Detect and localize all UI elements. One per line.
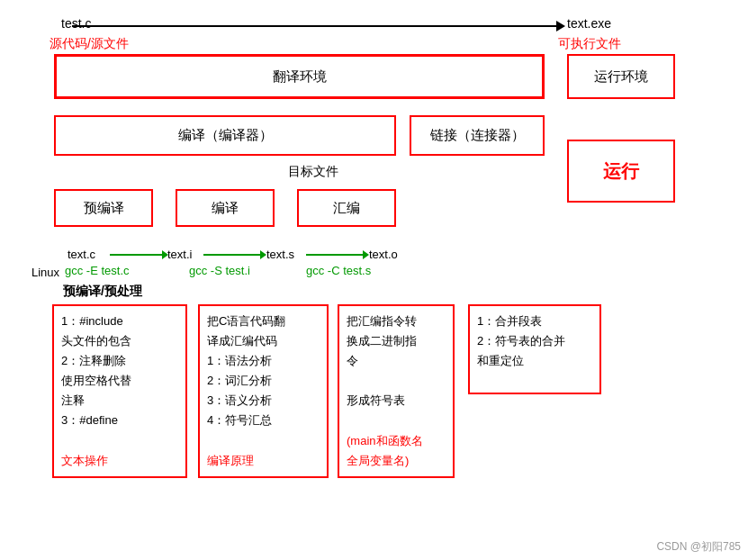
run-box-label: 运行 <box>603 159 639 184</box>
link-box-label: 链接（连接器） <box>430 127 525 144</box>
translate-env-label: 翻译环境 <box>273 68 327 86</box>
gcc-c-label: gcc -C test.s <box>306 264 371 277</box>
arrow-c-to-i <box>110 254 164 256</box>
exe-file-label: text.exe <box>567 16 611 31</box>
flow-text-s: text.s <box>266 248 294 261</box>
gcc-e-label: gcc -E test.c <box>65 264 130 277</box>
arrow-i-to-s <box>203 254 262 256</box>
arrow-s-to-o <box>306 254 365 256</box>
info-box-1: 1：#include 头文件的包含 2：注释删除 使用空格代替 注释 3：#de… <box>52 304 187 478</box>
linux-label: Linux <box>32 266 59 279</box>
translate-env-box: 翻译环境 <box>54 54 545 99</box>
info-box-3-footer: (main和函数名 <box>347 431 446 451</box>
compile2-box: 编译 <box>176 189 275 227</box>
compile2-label: 编译 <box>212 200 239 217</box>
assemble-label: 汇编 <box>333 200 360 217</box>
source-file-label: test.c <box>61 16 91 31</box>
target-file-label: 目标文件 <box>288 164 338 180</box>
flow-text-c: text.c <box>68 248 95 261</box>
preprocess-title: 预编译/预处理 <box>63 284 142 300</box>
source-caption: 源代码/源文件 <box>50 36 129 52</box>
flow-text-i: text.i <box>167 248 192 261</box>
run-env-label: 运行环境 <box>594 68 648 86</box>
info-box-2-footer: 编译原理 <box>207 451 320 471</box>
main-arrow <box>72 25 558 27</box>
precompile-label: 预编译 <box>84 200 124 217</box>
info-box-1-footer: 文本操作 <box>61 451 178 471</box>
info-box-3: 把汇编指令转 换成二进制指 令 形成符号表 (main和函数名 全局变量名) <box>338 304 455 478</box>
run-env-box: 运行环境 <box>567 54 675 99</box>
compile-box-label: 编译（编译器） <box>178 127 273 144</box>
info-box-4: 1：合并段表 2：符号表的合并 和重定位 <box>468 304 601 394</box>
compile-box: 编译（编译器） <box>54 115 396 156</box>
watermark: CSDN @初阳785 <box>656 539 741 555</box>
assemble-box: 汇编 <box>297 189 396 227</box>
flow-text-o: text.o <box>369 248 398 261</box>
precompile-box: 预编译 <box>54 189 153 227</box>
gcc-s-label: gcc -S test.i <box>189 264 250 277</box>
info-box-2: 把C语言代码翻 译成汇编代码 1：语法分析 2：词汇分析 3：语义分析 4：符号… <box>198 304 329 478</box>
link-box: 链接（连接器） <box>410 115 545 156</box>
exe-caption: 可执行文件 <box>558 36 621 52</box>
run-box: 运行 <box>567 140 675 203</box>
